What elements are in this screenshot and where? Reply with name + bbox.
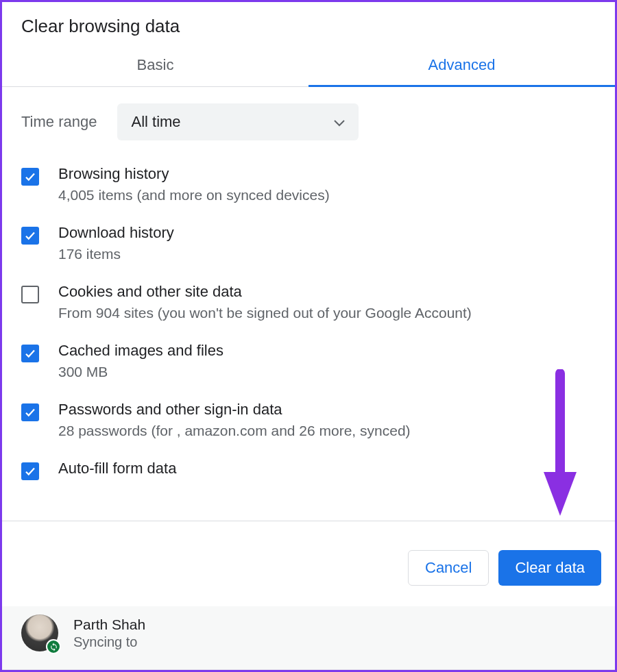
checkbox-cached[interactable] [21, 345, 39, 362]
dialog-content: Time range All time Browsing history 4,0… [2, 87, 615, 521]
option-text: Passwords and other sign-in data 28 pass… [58, 401, 411, 439]
option-desc: 4,005 items (and more on synced devices) [58, 187, 330, 203]
checkbox-autofill[interactable] [21, 462, 39, 480]
option-title: Passwords and other sign-in data [58, 401, 411, 419]
option-title: Cached images and files [58, 342, 223, 360]
option-desc: 300 MB [58, 364, 223, 380]
option-text: Auto-fill form data [58, 460, 176, 477]
time-range-select[interactable]: All time [117, 103, 359, 140]
option-autofill: Auto-fill form data [21, 460, 596, 480]
option-desc: From 904 sites (you won't be signed out … [58, 305, 472, 321]
checkbox-browsing-history[interactable] [21, 168, 39, 186]
clear-data-button[interactable]: Clear data [498, 550, 601, 586]
time-range-value: All time [131, 113, 180, 131]
option-cached: Cached images and files 300 MB [21, 342, 596, 380]
option-desc: 28 passwords (for , amazon.com and 26 mo… [58, 423, 411, 439]
options-list: Browsing history 4,005 items (and more o… [21, 165, 596, 480]
chevron-down-icon [334, 113, 345, 131]
option-title: Cookies and other site data [58, 283, 472, 301]
option-browsing-history: Browsing history 4,005 items (and more o… [21, 165, 596, 203]
option-cookies: Cookies and other site data From 904 sit… [21, 283, 596, 321]
time-range-label: Time range [21, 113, 97, 131]
avatar [21, 614, 58, 651]
profile-text: Parth Shah Syncing to [73, 617, 145, 650]
dialog-title: Clear browsing data [2, 2, 615, 44]
cancel-button[interactable]: Cancel [408, 550, 489, 586]
option-text: Cached images and files 300 MB [58, 342, 223, 380]
tab-basic[interactable]: Basic [2, 44, 308, 86]
option-title: Auto-fill form data [58, 460, 176, 477]
option-title: Browsing history [58, 165, 330, 183]
option-passwords: Passwords and other sign-in data 28 pass… [21, 401, 596, 439]
dialog-button-row: Cancel Clear data [2, 521, 615, 606]
profile-status: Syncing to [73, 634, 145, 650]
option-text: Cookies and other site data From 904 sit… [58, 283, 472, 321]
profile-section: Parth Shah Syncing to [2, 606, 615, 670]
option-text: Browsing history 4,005 items (and more o… [58, 165, 330, 203]
option-download-history: Download history 176 items [21, 224, 596, 262]
profile-name: Parth Shah [73, 617, 145, 633]
sync-icon [46, 639, 61, 654]
checkbox-passwords[interactable] [21, 403, 39, 421]
checkbox-cookies[interactable] [21, 286, 39, 303]
option-desc: 176 items [58, 246, 174, 262]
option-text: Download history 176 items [58, 224, 174, 262]
time-range-row: Time range All time [21, 103, 596, 140]
tabs: Basic Advanced [2, 44, 615, 87]
tab-advanced[interactable]: Advanced [308, 44, 615, 86]
checkbox-download-history[interactable] [21, 227, 39, 245]
option-title: Download history [58, 224, 174, 242]
